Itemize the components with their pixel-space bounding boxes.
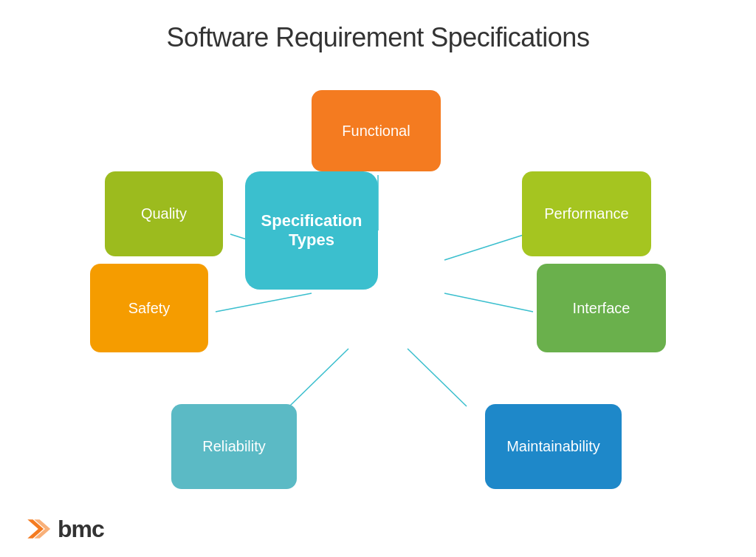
node-performance: Performance (522, 171, 651, 256)
svg-line-5 (289, 349, 348, 406)
svg-line-3 (216, 293, 312, 312)
node-interface: Interface (537, 264, 666, 352)
center-box: SpecificationTypes (245, 171, 378, 290)
svg-line-6 (408, 349, 467, 406)
svg-line-4 (444, 293, 533, 312)
logo-area: bmc (22, 514, 104, 544)
bmc-chevron-icon (22, 514, 52, 544)
node-quality: Quality (105, 171, 223, 256)
page-title: Software Requirement Specifications (0, 0, 756, 53)
svg-line-2 (444, 234, 526, 260)
bmc-brand-name: bmc (58, 516, 104, 543)
diagram-container: SpecificationTypes Functional Quality Pe… (90, 75, 666, 504)
node-reliability: Reliability (171, 404, 297, 489)
center-label: SpecificationTypes (261, 211, 362, 250)
node-safety: Safety (90, 264, 208, 352)
diagram-area: SpecificationTypes Functional Quality Pe… (0, 66, 756, 513)
node-functional: Functional (312, 90, 441, 171)
node-maintainability: Maintainability (485, 404, 622, 489)
